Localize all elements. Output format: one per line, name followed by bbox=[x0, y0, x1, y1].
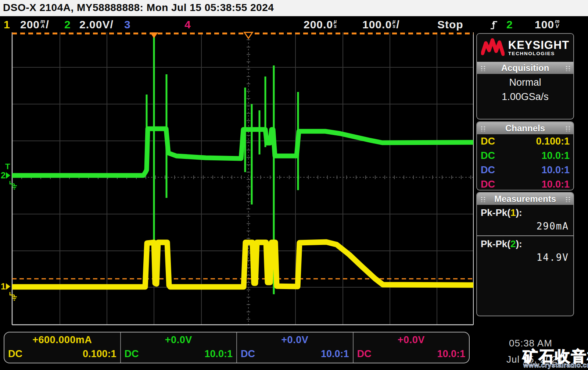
channels-panel: Channels DC 0.100:1 DC 10.0:1 DC 10.0:1 … bbox=[476, 121, 574, 191]
drag-handle-icon[interactable] bbox=[565, 196, 570, 202]
sweep-unit: µs bbox=[392, 19, 396, 29]
trigger-edge-icon bbox=[490, 19, 498, 31]
delay-unit: µs bbox=[334, 19, 337, 29]
acquisition-mode: Normal bbox=[477, 77, 573, 88]
run-state[interactable]: Stop bbox=[437, 18, 463, 31]
channel-row: DC 0.100:1 bbox=[477, 134, 573, 149]
trigger-position-marker bbox=[150, 32, 158, 38]
measurements-panel: Measurements Pk-Pk(1): 290mA Pk-Pk(2): 1… bbox=[476, 192, 574, 316]
channel-row: DC 10.0:1 bbox=[477, 177, 573, 191]
measurement-label: Pk-Pk(2): bbox=[477, 236, 573, 250]
ch2-arrow-icon bbox=[6, 172, 10, 179]
watermark-url: www.crystalradio.cn bbox=[523, 362, 588, 369]
ch1-scale[interactable]: 200mA/ bbox=[20, 18, 49, 31]
ch3-settings[interactable]: +0.0V DC 10.0:1 bbox=[237, 332, 354, 363]
channel-settings-bar: +600.000mA DC 0.100:1 +0.0V DC 10.0:1 +0… bbox=[4, 332, 470, 363]
timebase-sweep[interactable]: 100.0µs/ bbox=[362, 18, 400, 31]
drag-handle-icon[interactable] bbox=[480, 125, 485, 131]
ch1-offset: +600.000mA bbox=[8, 334, 116, 346]
time-reference-marker bbox=[244, 32, 252, 38]
ch3-coupling: DC bbox=[241, 348, 255, 360]
channel-row: DC 10.0:1 bbox=[477, 163, 573, 177]
measurement-value: 14.9V bbox=[477, 250, 573, 266]
ch1-coupling: DC bbox=[8, 348, 22, 360]
keysight-wave-icon bbox=[481, 38, 505, 58]
drag-handle-icon[interactable] bbox=[565, 125, 570, 131]
ch4-coupling: DC bbox=[357, 348, 372, 360]
ch4-probe-ratio: 10.0:1 bbox=[437, 348, 465, 360]
ch4-number-badge[interactable]: 4 bbox=[184, 18, 191, 31]
ch2-number-badge[interactable]: 2 bbox=[64, 18, 71, 31]
ch1-probe-ratio: 0.100:1 bbox=[83, 348, 116, 360]
ch2-probe-ratio: 10.0:1 bbox=[204, 348, 233, 360]
measurements-header[interactable]: Measurements bbox=[477, 193, 573, 205]
ch1-arrow-icon bbox=[6, 283, 10, 290]
ch2-offset: +0.0V bbox=[125, 334, 233, 346]
ch2-ground-icon bbox=[9, 181, 21, 191]
ch1-settings[interactable]: +600.000mA DC 0.100:1 bbox=[4, 332, 121, 363]
ch1-number-badge[interactable]: 1 bbox=[4, 18, 10, 31]
trigger-level[interactable]: 100mV bbox=[535, 18, 560, 31]
channel-row: DC 10.0:1 bbox=[477, 149, 573, 163]
trigger-unit: mV bbox=[555, 19, 560, 29]
sample-rate: 1.00GSa/s bbox=[477, 91, 573, 103]
status-bar: 1 200mA/ 2 2.00V/ 3 4 200.0µs 100.0µs/ S… bbox=[0, 16, 588, 33]
ch1-ground-marker[interactable]: 1 bbox=[1, 282, 10, 291]
ch2-settings[interactable]: +0.0V DC 10.0:1 bbox=[121, 332, 237, 363]
trigger-level-marker[interactable]: T bbox=[5, 162, 10, 171]
ch4-settings[interactable]: +0.0V DC 10.0:1 bbox=[354, 332, 469, 363]
ch1-ground-icon bbox=[9, 292, 21, 302]
keysight-logo: KEYSIGHT TECHNOLOGIES bbox=[477, 34, 573, 62]
ch2-scale[interactable]: 2.00V/ bbox=[79, 18, 114, 31]
ch2-coupling: DC bbox=[125, 348, 139, 360]
timebase-delay[interactable]: 200.0µs bbox=[304, 18, 337, 31]
instrument-title: DSO-X 2104A, MY58888888: Mon Jul 15 05:3… bbox=[3, 2, 274, 14]
acquisition-panel: KEYSIGHT TECHNOLOGIES Acquisition Normal… bbox=[476, 33, 574, 120]
drag-handle-icon[interactable] bbox=[480, 65, 485, 71]
ch1-unit: mA bbox=[40, 19, 45, 29]
trigger-source[interactable]: 2 bbox=[506, 18, 513, 31]
measurement-label: Pk-Pk(1): bbox=[477, 205, 573, 218]
measurement-value: 290mA bbox=[477, 218, 573, 235]
ch3-probe-ratio: 10.0:1 bbox=[321, 348, 349, 360]
trace-ch2 bbox=[12, 129, 473, 175]
title-bar: DSO-X 2104A, MY58888888: Mon Jul 15 05:3… bbox=[0, 0, 588, 16]
drag-handle-icon[interactable] bbox=[480, 196, 485, 202]
channels-header[interactable]: Channels bbox=[477, 122, 573, 134]
trace-ch1 bbox=[12, 242, 473, 287]
ch3-number-badge[interactable]: 3 bbox=[124, 18, 131, 31]
ch3-offset: +0.0V bbox=[241, 334, 349, 346]
acquisition-header[interactable]: Acquisition bbox=[477, 62, 573, 74]
drag-handle-icon[interactable] bbox=[565, 65, 570, 71]
ch4-offset: +0.0V bbox=[357, 334, 466, 346]
ch2-ground-marker[interactable]: 2 bbox=[1, 171, 10, 180]
